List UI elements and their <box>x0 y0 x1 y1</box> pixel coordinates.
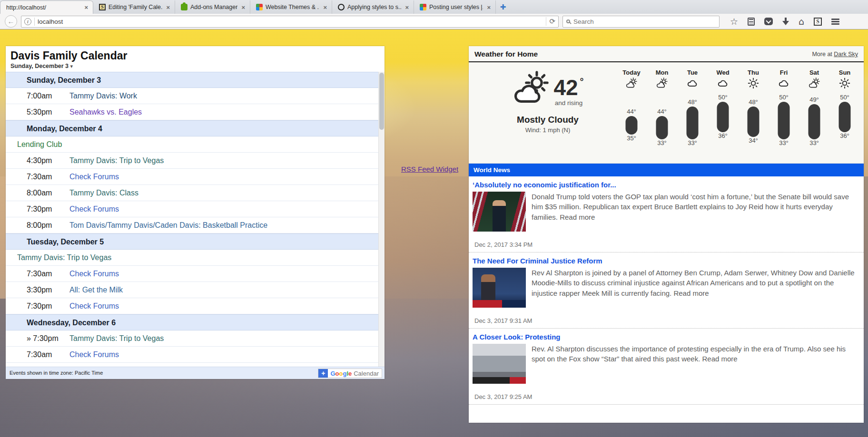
tab-container: http://localhost/×SEditing 'Family Cale.… <box>0 0 496 14</box>
google-calendar-label: Calendar <box>354 368 379 379</box>
bookmarks-menu-icon[interactable] <box>748 18 755 26</box>
scrollbar-track[interactable] <box>378 72 385 367</box>
addon-favicon <box>181 4 187 10</box>
forecast-day-column: Thu48°34° <box>738 69 769 154</box>
event-link[interactable]: Tammy Davis: Trip to Vegas <box>69 153 164 168</box>
browser-tab[interactable]: SEditing 'Family Cale...× <box>93 0 175 14</box>
calendar-event-row[interactable]: 7:30amCheck Forums <box>6 347 378 363</box>
current-temp: 42 <box>553 75 578 100</box>
event-link[interactable]: Check Forums <box>69 169 119 185</box>
browser-tab[interactable]: Website Themes & ...× <box>250 0 332 14</box>
tab-close-icon[interactable]: × <box>322 4 328 11</box>
event-link[interactable]: Check Forums <box>69 298 119 314</box>
google-calendar-button[interactable]: + Google Calendar <box>318 369 382 378</box>
event-link[interactable]: Tammy Davis: Trip to Vegas <box>17 250 111 265</box>
forecast-day-column: Mon44°33° <box>647 69 677 154</box>
browser-tab[interactable]: http://localhost/× <box>0 0 93 14</box>
back-button[interactable]: ← <box>5 15 17 28</box>
calendar-event-row[interactable]: 4:30pmTammy Davis: Trip to Vegas <box>6 153 378 169</box>
event-link[interactable]: Lending Club <box>17 136 62 152</box>
event-time: 5:30pm <box>27 104 69 120</box>
url-text[interactable]: localhost <box>38 18 543 25</box>
search-bar[interactable] <box>562 16 720 28</box>
news-thumbnail[interactable] <box>473 344 526 384</box>
event-link[interactable]: Check Forums <box>69 266 119 282</box>
page-info-icon[interactable]: i <box>24 18 31 25</box>
calendar-event-row[interactable]: Lending Club <box>6 136 378 153</box>
news-title-link[interactable]: ‘Absolutely no economic justification fo… <box>473 181 857 189</box>
event-link[interactable]: Tom Davis/Tammy Davis/Caden Davis: Baske… <box>69 217 267 233</box>
forecast-day-column: Fri50°33° <box>769 69 799 154</box>
degree-symbol: ° <box>580 76 584 87</box>
url-bar[interactable]: i localhost ⟳ <box>21 16 559 28</box>
temp-range-graph: 48°34° <box>738 91 769 154</box>
calendar-event-row[interactable]: 8:00amTammy Davis: Class <box>6 185 378 201</box>
temp-range-graph: 44°35° <box>616 91 647 154</box>
event-time: 7:30am <box>27 347 69 362</box>
event-link[interactable]: Check Forums <box>69 363 119 367</box>
event-link[interactable]: Tammy Davis: Class <box>69 185 138 201</box>
dark-sky-link[interactable]: Dark Sky <box>834 51 858 58</box>
news-title-link[interactable]: A Closer Look: Protesting <box>473 333 857 341</box>
calendar-event-row[interactable]: 7:30amCheck Forums <box>6 266 378 282</box>
low-temp: 35° <box>627 135 636 142</box>
calendar-event-row[interactable]: » 7:30pmTammy Davis: Trip to Vegas <box>6 330 378 347</box>
calendar-event-row[interactable]: Tammy Davis: Trip to Vegas <box>6 250 378 266</box>
event-link[interactable]: All: Get the Milk <box>69 282 123 298</box>
calendar-event-row[interactable]: 7:30pmCheck Forums <box>6 363 378 367</box>
forecast-day-column: Tue48°33° <box>677 69 708 154</box>
news-thumbnail[interactable] <box>473 192 526 232</box>
tab-title: Editing 'Family Cale... <box>108 4 162 10</box>
scrollbar-thumb[interactable] <box>379 73 384 130</box>
stylish-extension-icon[interactable]: S <box>814 18 822 26</box>
forecast-day-column: Today44°35° <box>616 69 647 154</box>
news-title-link[interactable]: The Need For Criminal Justice Reform <box>473 257 857 265</box>
event-link[interactable]: Tammy Davis: Work <box>69 88 137 104</box>
home-icon[interactable]: ⌂ <box>799 17 804 26</box>
forecast-day-label: Sat <box>799 69 829 76</box>
browser-tab[interactable]: Add-ons Manager× <box>175 0 250 14</box>
event-time: 3:30pm <box>27 282 69 298</box>
tab-title: Applying styles to s... <box>347 4 401 10</box>
calendar-event-row[interactable]: 7:00amTammy Davis: Work <box>6 88 378 104</box>
calendar-event-row[interactable]: 8:00pmTom Davis/Tammy Davis/Caden Davis:… <box>6 217 378 233</box>
calendar-event-row[interactable]: 7:30pmCheck Forums <box>6 201 378 217</box>
divider <box>34 18 35 26</box>
tab-close-icon[interactable]: × <box>165 4 171 11</box>
more-at-label: More at <box>812 51 834 58</box>
menu-hamburger-icon[interactable] <box>831 19 839 25</box>
rss-feed-widget-link[interactable]: RSS Feed Widget <box>401 165 458 173</box>
calendar-event-row[interactable]: 3:30pmAll: Get the Milk <box>6 282 378 298</box>
new-tab-button[interactable]: ✚ <box>498 2 508 12</box>
event-link[interactable]: Seahawks vs. Eagles <box>69 104 142 120</box>
reload-icon[interactable]: ⟳ <box>546 17 555 26</box>
event-link[interactable]: Check Forums <box>69 201 119 217</box>
event-link[interactable]: Tammy Davis: Trip to Vegas <box>69 330 164 346</box>
tab-close-icon[interactable]: × <box>240 4 246 11</box>
event-link[interactable]: Check Forums <box>69 347 119 362</box>
partly-sunny-icon <box>647 77 677 89</box>
calendar-date-selector[interactable]: Sunday, December 3 ▾ <box>10 63 380 69</box>
tab-close-icon[interactable]: × <box>404 4 410 11</box>
news-body: Rev. Al Sharpton discusses the importanc… <box>532 344 857 388</box>
calendar-event-row[interactable]: 5:30pmSeahawks vs. Eagles <box>6 104 378 120</box>
bookmark-star-icon[interactable]: ☆ <box>730 17 738 26</box>
news-media: Rev. Al Sharpton discusses the importanc… <box>473 344 857 388</box>
news-thumbnail[interactable] <box>473 268 526 308</box>
news-widget: World News ‘Absolutely no economic justi… <box>469 164 864 423</box>
temp-bar <box>748 107 760 137</box>
news-item: The Need For Criminal Justice ReformRev … <box>469 252 864 329</box>
tab-title: Posting user styles |... <box>429 4 483 10</box>
news-media: Donald Trump told voters the GOP tax pla… <box>473 192 857 235</box>
tab-close-icon[interactable]: × <box>486 4 492 11</box>
pocket-icon[interactable] <box>764 18 773 25</box>
browser-tab[interactable]: Posting user styles |...× <box>414 0 496 14</box>
calendar-event-row[interactable]: 7:30amCheck Forums <box>6 169 378 185</box>
download-icon[interactable] <box>782 18 789 25</box>
search-input[interactable] <box>573 18 716 25</box>
tab-close-icon[interactable]: × <box>83 4 89 11</box>
browser-tab[interactable]: Applying styles to s...× <box>332 0 414 14</box>
event-time: 7:30am <box>27 266 69 282</box>
high-temp: 50° <box>840 94 849 101</box>
calendar-event-row[interactable]: 7:30pmCheck Forums <box>6 298 378 314</box>
